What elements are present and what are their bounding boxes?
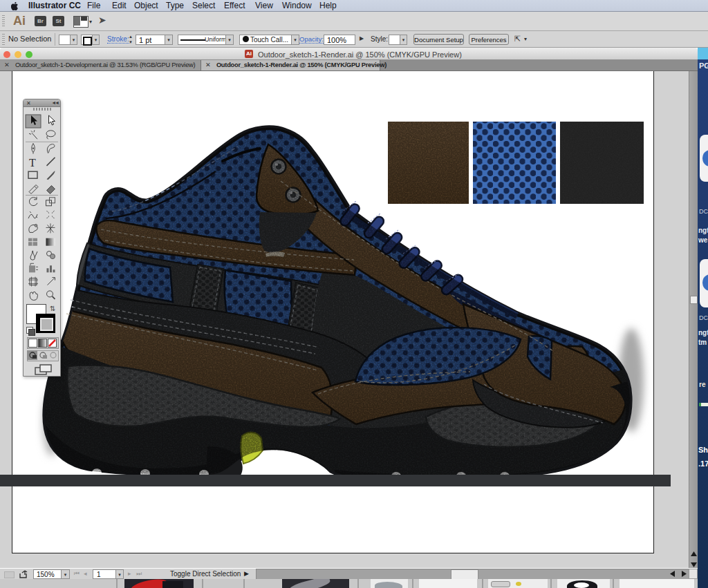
svg-text:T: T — [29, 157, 36, 169]
